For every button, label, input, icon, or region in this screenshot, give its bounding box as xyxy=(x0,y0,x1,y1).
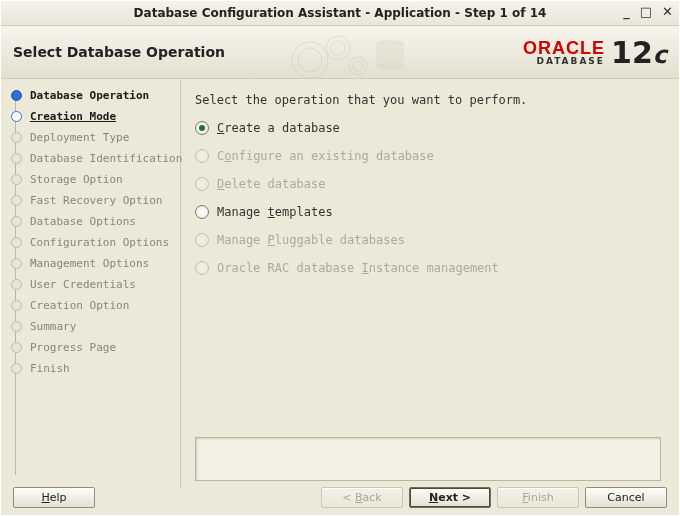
wizard-step-5: Fast Recovery Option xyxy=(11,194,172,207)
operation-option-0[interactable]: Create a database xyxy=(195,121,661,135)
svg-point-0 xyxy=(292,42,328,78)
operation-option-label: Configure an existing database xyxy=(217,149,434,163)
wizard-step-0[interactable]: Database Operation xyxy=(11,89,172,102)
wizard-step-7: Configuration Options xyxy=(11,236,172,249)
step-bullet-icon xyxy=(11,153,22,164)
wizard-step-label: Database Identification xyxy=(30,152,182,165)
brand-version: 12c xyxy=(611,35,667,70)
step-bullet-icon xyxy=(11,216,22,227)
wizard-step-label: Configuration Options xyxy=(30,236,169,249)
operation-option-label: Oracle RAC database Instance management xyxy=(217,261,499,275)
wizard-step-label: Deployment Type xyxy=(30,131,129,144)
banner: Select Database Operation ORACLE DATABAS… xyxy=(1,26,679,79)
window-title: Database Configuration Assistant - Appli… xyxy=(134,6,547,20)
wizard-step-1[interactable]: Creation Mode xyxy=(11,110,172,123)
radio-icon xyxy=(195,233,209,247)
radio-icon xyxy=(195,261,209,275)
back-button: < Back xyxy=(321,487,403,508)
step-bullet-icon xyxy=(11,174,22,185)
brand-word: ORACLE xyxy=(523,39,605,57)
step-bullet-icon xyxy=(11,258,22,269)
radio-icon xyxy=(195,149,209,163)
svg-point-8 xyxy=(376,62,404,70)
wizard-step-6: Database Options xyxy=(11,215,172,228)
operation-option-4: Manage Pluggable databases xyxy=(195,233,661,247)
banner-art xyxy=(240,26,440,78)
window-controls: _ □ ✕ xyxy=(623,5,673,19)
wizard-step-12: Progress Page xyxy=(11,341,172,354)
wizard-step-label: Storage Option xyxy=(30,173,123,186)
finish-button: Finish xyxy=(497,487,579,508)
wizard-step-label: Management Options xyxy=(30,257,149,270)
svg-point-3 xyxy=(331,41,345,55)
wizard-step-10: Creation Option xyxy=(11,299,172,312)
minimize-icon[interactable]: _ xyxy=(623,5,630,19)
next-button[interactable]: Next > xyxy=(409,487,491,508)
step-bullet-icon xyxy=(11,237,22,248)
brand-subword: DATABASE xyxy=(536,57,605,66)
wizard-step-label: Database Options xyxy=(30,215,136,228)
brand-logo: ORACLE DATABASE 12c xyxy=(523,35,667,70)
step-bullet-icon xyxy=(11,363,22,374)
wizard-step-label: Summary xyxy=(30,320,76,333)
step-bullet-icon xyxy=(11,300,22,311)
wizard-step-9: User Credentials xyxy=(11,278,172,291)
radio-icon xyxy=(195,205,209,219)
wizard-step-label: Fast Recovery Option xyxy=(30,194,162,207)
page-title: Select Database Operation xyxy=(13,44,225,60)
step-bullet-icon xyxy=(11,342,22,353)
maximize-icon[interactable]: □ xyxy=(640,5,652,19)
titlebar: Database Configuration Assistant - Appli… xyxy=(1,1,679,26)
svg-point-2 xyxy=(326,36,350,60)
step-bullet-icon xyxy=(11,321,22,332)
nav-buttons: < Back Next > Finish Cancel xyxy=(321,487,667,508)
operation-option-5: Oracle RAC database Instance management xyxy=(195,261,661,275)
operation-option-label: Manage Pluggable databases xyxy=(217,233,405,247)
wizard-step-4: Storage Option xyxy=(11,173,172,186)
wizard-step-label: User Credentials xyxy=(30,278,136,291)
wizard-step-label: Finish xyxy=(30,362,70,375)
step-bullet-icon xyxy=(11,111,22,122)
main-panel: Select the operation that you want to pe… xyxy=(181,79,679,489)
window: Database Configuration Assistant - Appli… xyxy=(0,0,680,516)
cancel-button[interactable]: Cancel xyxy=(585,487,667,508)
operation-option-2: Delete database xyxy=(195,177,661,191)
step-bullet-icon xyxy=(11,132,22,143)
operation-option-1: Configure an existing database xyxy=(195,149,661,163)
svg-point-1 xyxy=(298,48,322,72)
help-button[interactable]: Help xyxy=(13,487,95,508)
wizard-step-3: Database Identification xyxy=(11,152,172,165)
wizard-sidebar: Database OperationCreation ModeDeploymen… xyxy=(1,79,181,489)
svg-point-4 xyxy=(349,57,367,75)
footer: Help < Back Next > Finish Cancel xyxy=(1,479,679,515)
radio-icon xyxy=(195,121,209,135)
operation-option-3[interactable]: Manage templates xyxy=(195,205,661,219)
wizard-step-13: Finish xyxy=(11,362,172,375)
instruction-text: Select the operation that you want to pe… xyxy=(195,93,661,107)
body: Database OperationCreation ModeDeploymen… xyxy=(1,79,679,489)
step-bullet-icon xyxy=(11,195,22,206)
close-icon[interactable]: ✕ xyxy=(662,5,673,19)
wizard-step-label: Creation Mode xyxy=(30,110,116,123)
wizard-step-label: Creation Option xyxy=(30,299,129,312)
svg-point-5 xyxy=(353,61,363,71)
operation-option-label: Create a database xyxy=(217,121,340,135)
wizard-step-label: Progress Page xyxy=(30,341,116,354)
message-area xyxy=(195,437,661,481)
step-bullet-icon xyxy=(11,279,22,290)
wizard-step-11: Summary xyxy=(11,320,172,333)
wizard-step-2: Deployment Type xyxy=(11,131,172,144)
radio-icon xyxy=(195,177,209,191)
operation-option-label: Manage templates xyxy=(217,205,333,219)
wizard-step-label: Database Operation xyxy=(30,89,149,102)
operation-option-label: Delete database xyxy=(217,177,325,191)
wizard-step-8: Management Options xyxy=(11,257,172,270)
step-bullet-icon xyxy=(11,90,22,101)
